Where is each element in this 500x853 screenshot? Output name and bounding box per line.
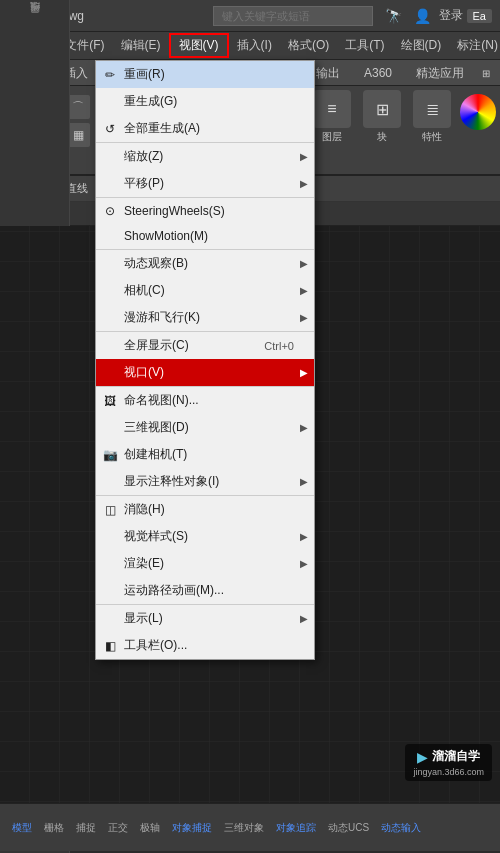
menu-pan-label: 平移(P)	[124, 175, 164, 192]
ea-badge: Ea	[467, 9, 492, 23]
menu-item-view[interactable]: 视图(V)	[169, 33, 229, 58]
blocks-icon-group[interactable]: ⊞ 块	[360, 90, 404, 144]
menu-item-tools[interactable]: 工具(T)	[337, 33, 392, 58]
steering-icon: ⊙	[100, 201, 120, 221]
status-grid[interactable]: 栅格	[40, 819, 68, 837]
status-polar[interactable]: 极轴	[136, 819, 164, 837]
fullscreen-shortcut: Ctrl+0	[264, 340, 294, 352]
status-ortho[interactable]: 正交	[104, 819, 132, 837]
menu-toolbars[interactable]: ◧ 工具栏(O)...	[96, 632, 314, 659]
redraw-icon: ✏	[100, 65, 120, 85]
properties-label: 特性	[422, 130, 442, 144]
menu-item-dimension[interactable]: 标注(N)	[449, 33, 500, 58]
menu-named-views-label: 命名视图(N)...	[124, 392, 199, 409]
menu-regen-all[interactable]: ↺ 全部重生成(A)	[96, 115, 314, 142]
menu-redraw[interactable]: ✏ 重画(R)	[96, 61, 314, 88]
menu-redraw-label: 重画(R)	[124, 66, 165, 83]
annotative-arrow: ▶	[300, 476, 308, 487]
ribbon-tab-bim[interactable]: ⊞	[476, 63, 496, 83]
camera-arrow: ▶	[300, 285, 308, 296]
properties-icon-group[interactable]: ≣ 特性	[410, 90, 454, 144]
menu-item-edit[interactable]: 编辑(E)	[113, 33, 169, 58]
binoculars-icon[interactable]: 🔭	[381, 6, 406, 26]
render-arrow: ▶	[300, 558, 308, 569]
menu-viewport[interactable]: 视口(V) ▶	[96, 359, 314, 386]
hide-icon: ◫	[100, 500, 120, 520]
menu-annotative-label: 显示注释性对象(I)	[124, 473, 219, 490]
menu-hide[interactable]: ◫ 消隐(H)	[96, 495, 314, 523]
watermark-url: jingyan.3d66.com	[413, 767, 484, 777]
status-osnap[interactable]: 对象捕捉	[168, 819, 216, 837]
menu-fullscreen-label: 全屏显示(C)	[124, 337, 189, 354]
orbit-arrow: ▶	[300, 258, 308, 269]
menu-bar: 帮助(H) 文件(F) 编辑(E) 视图(V) 插入(I) 格式(O) 工具(T…	[0, 32, 500, 60]
menu-pan[interactable]: 平移(P) ▶	[96, 170, 314, 197]
walk-arrow: ▶	[300, 312, 308, 323]
status-bar: 模型 栅格 捕捉 正交 极轴 对象捕捉 三维对象 对象追踪 动态UCS 动态输入	[0, 803, 500, 851]
status-snap[interactable]: 捕捉	[72, 819, 100, 837]
menu-steering-label: SteeringWheels(S)	[124, 204, 225, 218]
pan-arrow: ▶	[300, 178, 308, 189]
menu-item-format[interactable]: 格式(O)	[280, 33, 337, 58]
properties-icon: ≣	[413, 90, 451, 128]
watermark: ▶ 溜溜自学 jingyan.3d66.com	[405, 744, 492, 781]
status-dyninput[interactable]: 动态输入	[377, 819, 425, 837]
menu-regen-all-label: 全部重生成(A)	[124, 120, 200, 137]
blocks-icon: ⊞	[363, 90, 401, 128]
watermark-brand: 溜溜自学	[432, 748, 480, 765]
watermark-play-icon: ▶	[417, 749, 428, 765]
menu-motion-path[interactable]: 运动路径动画(M)...	[96, 577, 314, 604]
menu-showmotion[interactable]: ShowMotion(M)	[96, 223, 314, 249]
menu-create-camera-label: 创建相机(T)	[124, 446, 187, 463]
status-model[interactable]: 模型	[8, 819, 36, 837]
menu-3d-views[interactable]: 三维视图(D) ▶	[96, 414, 314, 441]
view-menu-dropdown[interactable]: ✏ 重画(R) 重生成(G) ↺ 全部重生成(A) 缩放(Z) ▶ 平移(P) …	[95, 60, 315, 660]
menu-create-camera[interactable]: 📷 创建相机(T)	[96, 441, 314, 468]
menu-3d-views-label: 三维视图(D)	[124, 419, 189, 436]
ribbon-tab-featured[interactable]: 精选应用	[404, 60, 476, 86]
ribbon-tab-a360[interactable]: A360	[352, 61, 404, 84]
status-otrack[interactable]: 对象追踪	[272, 819, 320, 837]
user-icon[interactable]: 👤	[410, 6, 435, 26]
3d-views-arrow: ▶	[300, 422, 308, 433]
menu-orbit-label: 动态观察(B)	[124, 255, 188, 272]
title-bar: Drawing3.dwg 🔭 👤 登录 Ea	[0, 0, 500, 32]
layers-label: 图层	[322, 130, 342, 144]
status-dynucs[interactable]: 动态UCS	[324, 819, 373, 837]
named-views-icon: 🖼	[100, 391, 120, 411]
menu-item-insert[interactable]: 插入(I)	[229, 33, 280, 58]
menu-zoom-label: 缩放(Z)	[124, 148, 163, 165]
menu-motion-path-label: 运动路径动画(M)...	[124, 582, 224, 599]
menu-steering[interactable]: ⊙ SteeringWheels(S)	[96, 197, 314, 223]
menu-orbit[interactable]: 动态观察(B) ▶	[96, 249, 314, 277]
title-icons: 🔭 👤 登录 Ea	[381, 6, 492, 26]
menu-render[interactable]: 渲染(E) ▶	[96, 550, 314, 577]
menu-zoom[interactable]: 缩放(Z) ▶	[96, 142, 314, 170]
layers-icon: ≡	[313, 90, 351, 128]
menu-regen[interactable]: 重生成(G)	[96, 88, 314, 115]
create-camera-icon: 📷	[100, 445, 120, 465]
menu-display[interactable]: 显示(L) ▶	[96, 604, 314, 632]
display-arrow: ▶	[300, 613, 308, 624]
status-3dosnap[interactable]: 三维对象	[220, 819, 268, 837]
layers-icon-group[interactable]: ≡ 图层	[310, 90, 354, 144]
menu-named-views[interactable]: 🖼 命名视图(N)...	[96, 386, 314, 414]
menu-display-label: 显示(L)	[124, 610, 163, 627]
search-input[interactable]	[213, 6, 373, 26]
menu-camera-label: 相机(C)	[124, 282, 165, 299]
blocks-label: 块	[377, 130, 387, 144]
menu-fullscreen[interactable]: 全屏显示(C) Ctrl+0	[96, 331, 314, 359]
menu-showmotion-label: ShowMotion(M)	[124, 229, 208, 243]
menu-visual-styles[interactable]: 视觉样式(S) ▶	[96, 523, 314, 550]
menu-walk-label: 漫游和飞行(K)	[124, 309, 200, 326]
menu-camera[interactable]: 相机(C) ▶	[96, 277, 314, 304]
menu-walk[interactable]: 漫游和飞行(K) ▶	[96, 304, 314, 331]
login-button[interactable]: 登录	[439, 7, 463, 24]
watermark-logo-row: ▶ 溜溜自学	[417, 748, 480, 765]
title-right: 🔭 👤 登录 Ea	[213, 6, 492, 26]
menu-item-draw[interactable]: 绘图(D)	[393, 33, 450, 58]
regen-all-icon: ↺	[100, 119, 120, 139]
ribbon-right-icons: ≡ 图层 ⊞ 块 ≣ 特性	[310, 90, 496, 144]
menu-annotative[interactable]: 显示注释性对象(I) ▶	[96, 468, 314, 495]
color-wheel[interactable]	[460, 94, 496, 130]
